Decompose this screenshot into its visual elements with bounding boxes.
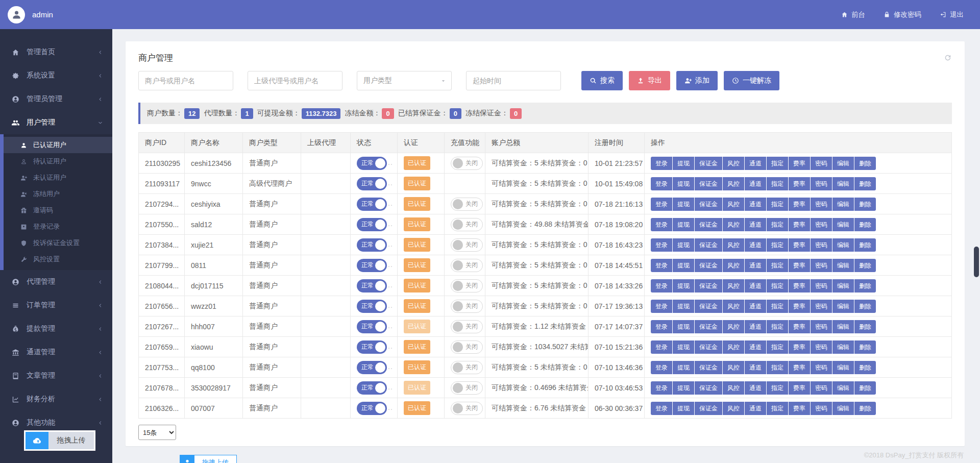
agent-search-input[interactable] xyxy=(248,71,342,90)
row-action-edit[interactable]: 编辑 xyxy=(832,238,854,252)
row-action-risk[interactable]: 风控 xyxy=(723,238,745,252)
status-toggle[interactable]: 正常 xyxy=(357,402,387,415)
row-action-channel[interactable]: 通道 xyxy=(745,361,767,374)
row-action-edit[interactable]: 编辑 xyxy=(832,177,854,190)
row-action-channel[interactable]: 通道 xyxy=(745,320,767,333)
status-toggle[interactable]: 正常 xyxy=(357,259,387,272)
row-action-deposit[interactable]: 保证金 xyxy=(695,279,723,293)
row-action-risk[interactable]: 风控 xyxy=(723,300,745,313)
sidebar-subitem[interactable]: 冻结用户 xyxy=(4,186,112,202)
row-action-password[interactable]: 密码 xyxy=(811,218,832,231)
row-action-withdraw[interactable]: 提现 xyxy=(673,177,695,190)
row-action-deposit[interactable]: 保证金 xyxy=(695,198,723,211)
row-action-risk[interactable]: 风控 xyxy=(723,259,745,272)
row-action-password[interactable]: 密码 xyxy=(811,259,832,272)
row-action-risk[interactable]: 风控 xyxy=(723,402,745,415)
recharge-toggle[interactable]: 关闭 xyxy=(451,340,483,354)
row-action-edit[interactable]: 编辑 xyxy=(832,279,854,293)
recharge-toggle[interactable]: 关闭 xyxy=(451,198,483,211)
row-action-assign[interactable]: 指定 xyxy=(767,402,789,415)
row-action-rate[interactable]: 费率 xyxy=(789,340,811,354)
status-toggle[interactable]: 正常 xyxy=(357,177,387,190)
row-action-edit[interactable]: 编辑 xyxy=(832,402,854,415)
row-action-assign[interactable]: 指定 xyxy=(767,300,789,313)
row-action-password[interactable]: 密码 xyxy=(811,157,832,170)
row-action-withdraw[interactable]: 提现 xyxy=(673,279,695,293)
sidebar-subitem[interactable]: 登录记录 xyxy=(4,218,112,235)
row-action-rate[interactable]: 费率 xyxy=(789,259,811,272)
row-action-edit[interactable]: 编辑 xyxy=(832,320,854,333)
row-action-assign[interactable]: 指定 xyxy=(767,198,789,211)
row-action-password[interactable]: 密码 xyxy=(811,381,832,395)
row-action-edit[interactable]: 编辑 xyxy=(832,340,854,354)
row-action-risk[interactable]: 风控 xyxy=(723,177,745,190)
row-action-delete[interactable]: 删除 xyxy=(854,259,876,272)
user-type-select[interactable]: 用户类型 xyxy=(357,71,452,90)
row-action-delete[interactable]: 删除 xyxy=(854,320,876,333)
row-action-withdraw[interactable]: 提现 xyxy=(673,402,695,415)
row-action-rate[interactable]: 费率 xyxy=(789,218,811,231)
row-action-deposit[interactable]: 保证金 xyxy=(695,177,723,190)
row-action-login[interactable]: 登录 xyxy=(651,320,673,333)
status-toggle[interactable]: 正常 xyxy=(357,381,387,395)
sidebar-subitem[interactable]: 待认证用户 xyxy=(4,153,112,169)
sidebar-subitem[interactable]: 未认证用户 xyxy=(4,169,112,186)
row-action-risk[interactable]: 风控 xyxy=(723,218,745,231)
recharge-toggle[interactable]: 关闭 xyxy=(451,279,483,293)
row-action-login[interactable]: 登录 xyxy=(651,157,673,170)
row-action-assign[interactable]: 指定 xyxy=(767,381,789,395)
row-action-login[interactable]: 登录 xyxy=(651,279,673,293)
row-action-delete[interactable]: 删除 xyxy=(854,157,876,170)
row-action-deposit[interactable]: 保证金 xyxy=(695,402,723,415)
sidebar-item[interactable]: 代理管理 xyxy=(0,270,112,294)
row-action-channel[interactable]: 通道 xyxy=(745,238,767,252)
row-action-edit[interactable]: 编辑 xyxy=(832,361,854,374)
row-action-assign[interactable]: 指定 xyxy=(767,340,789,354)
row-action-withdraw[interactable]: 提现 xyxy=(673,238,695,252)
row-action-rate[interactable]: 费率 xyxy=(789,361,811,374)
row-action-rate[interactable]: 费率 xyxy=(789,198,811,211)
row-action-login[interactable]: 登录 xyxy=(651,340,673,354)
row-action-assign[interactable]: 指定 xyxy=(767,320,789,333)
row-action-deposit[interactable]: 保证金 xyxy=(695,340,723,354)
row-action-password[interactable]: 密码 xyxy=(811,300,832,313)
row-action-assign[interactable]: 指定 xyxy=(767,238,789,252)
row-action-delete[interactable]: 删除 xyxy=(854,279,876,293)
row-action-login[interactable]: 登录 xyxy=(651,218,673,231)
row-action-deposit[interactable]: 保证金 xyxy=(695,157,723,170)
row-action-risk[interactable]: 风控 xyxy=(723,198,745,211)
row-action-rate[interactable]: 费率 xyxy=(789,402,811,415)
row-action-deposit[interactable]: 保证金 xyxy=(695,381,723,395)
export-button[interactable]: 导出 xyxy=(629,71,670,90)
row-action-delete[interactable]: 删除 xyxy=(854,218,876,231)
row-action-deposit[interactable]: 保证金 xyxy=(695,320,723,333)
recharge-toggle[interactable]: 关闭 xyxy=(451,320,483,333)
row-action-login[interactable]: 登录 xyxy=(651,381,673,395)
row-action-delete[interactable]: 删除 xyxy=(854,198,876,211)
row-action-rate[interactable]: 费率 xyxy=(789,381,811,395)
status-toggle[interactable]: 正常 xyxy=(357,361,387,374)
row-action-edit[interactable]: 编辑 xyxy=(832,157,854,170)
sidebar-item[interactable]: 用户管理 xyxy=(0,111,112,134)
start-time-input[interactable] xyxy=(466,71,561,90)
row-action-login[interactable]: 登录 xyxy=(651,402,673,415)
row-action-withdraw[interactable]: 提现 xyxy=(673,340,695,354)
row-action-edit[interactable]: 编辑 xyxy=(832,259,854,272)
row-action-assign[interactable]: 指定 xyxy=(767,279,789,293)
row-action-withdraw[interactable]: 提现 xyxy=(673,198,695,211)
topbar-link-home[interactable]: 前台 xyxy=(841,10,865,19)
row-action-deposit[interactable]: 保证金 xyxy=(695,300,723,313)
row-action-login[interactable]: 登录 xyxy=(651,177,673,190)
topbar-link-lock[interactable]: 修改密码 xyxy=(884,10,921,19)
status-toggle[interactable]: 正常 xyxy=(357,320,387,333)
row-action-password[interactable]: 密码 xyxy=(811,177,832,190)
row-action-edit[interactable]: 编辑 xyxy=(832,198,854,211)
row-action-risk[interactable]: 风控 xyxy=(723,361,745,374)
row-action-rate[interactable]: 费率 xyxy=(789,300,811,313)
sidebar-item[interactable]: 管理员管理 xyxy=(0,87,112,111)
drag-upload-widget-sidebar[interactable]: 拖拽上传 xyxy=(24,430,95,451)
sidebar-subitem[interactable]: 风控设置 xyxy=(4,251,112,267)
sidebar-item[interactable]: 财务分析 xyxy=(0,387,112,411)
row-action-deposit[interactable]: 保证金 xyxy=(695,259,723,272)
row-action-delete[interactable]: 删除 xyxy=(854,340,876,354)
